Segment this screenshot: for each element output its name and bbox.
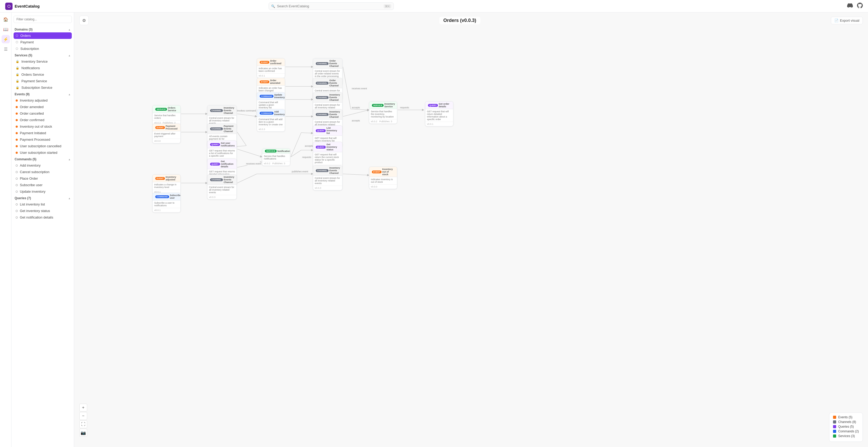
node-body: GET request that returns a list of notif… [208,148,237,158]
node-footer: v0.0.1 [153,208,180,212]
legend-item-queries: Queries (5) [833,425,859,428]
canvas-area[interactable]: ⚙ Orders (v0.0.3) 📄 Export visual [74,12,868,447]
cmd-icon-5 [16,190,18,193]
domain-item-subscription[interactable]: ⬡ Subscription [13,46,72,52]
gear-button[interactable]: ⚙ [79,16,89,25]
node-title: Get notification details [221,160,235,168]
event-user-sub-cancelled[interactable]: User subscription cancelled [13,143,72,149]
edge-label-requests-2: requests [399,106,410,109]
zoom-out-button[interactable]: − [79,412,87,420]
node-title: Inventory Events Channel [329,93,341,101]
github-icon[interactable] [857,3,863,10]
discord-icon[interactable] [847,3,853,10]
node-tag: CHANNEL [316,62,329,65]
node-title: Order Events Channel [329,79,341,87]
node-body: Service that handles orders [153,113,180,120]
node-body: GET request that will return detailed in… [425,109,453,122]
legend-item-commands: Commands (2) [833,429,859,433]
export-icon: 📄 [834,19,838,23]
event-icon-8 [16,145,18,147]
event-payment-initiated[interactable]: Payment Initiated [13,130,72,136]
node-payment-processed[interactable]: EVENT Payment Processed Event triggered … [152,123,181,143]
node-get-order-details[interactable]: QUERY Get order details GET request that… [425,101,453,126]
event-icon-9 [16,152,18,154]
service-subscription[interactable]: 🔒Subscription Service [13,84,72,91]
node-title: Inventory Events Channel [329,167,341,174]
cmd-subscribe-user[interactable]: Subscribe user [13,182,72,188]
query-get-inv-status[interactable]: Get inventory status [13,208,72,214]
node-inv-out-of-stock[interactable]: EVENT Inventory out of stock Indicates i… [369,167,397,189]
node-tag: COMMAND [155,195,169,198]
commands-section[interactable]: Commands (5) ▲ [13,156,72,162]
service-orders[interactable]: 🔒Orders Service [13,71,72,78]
node-footer: v0.0.3 [257,127,285,131]
node-tag: SERVICE [265,150,277,152]
node-body: Central event stream for all inventory r… [313,176,342,186]
node-subscribe-user[interactable]: COMMAND Subscribe user Subscribe a user … [152,193,181,212]
service-payment[interactable]: 🔒Payment Service [13,78,72,84]
query-get-notif[interactable]: Get notification details [13,214,72,220]
domains-list: ⬡ Orders ⬡ Payment ⬡ Subscription [13,32,72,52]
event-payment-processed[interactable]: Payment Processed [13,136,72,143]
queries-label: Queries (7) [14,196,31,200]
event-inv-adjusted[interactable]: Inventory adjusted [13,97,72,103]
services-section[interactable]: Services (5) ▲ [13,52,72,58]
search-input[interactable] [269,2,394,10]
query-icon-3 [16,216,18,218]
svg-line-19 [237,174,257,183]
node-body: Event triggered after payment [153,131,180,139]
nav-docs-btn[interactable]: 📖 [2,25,10,33]
edge-label-receives-3: receives event [245,162,262,165]
service-inventory[interactable]: 🔒Inventory Service [13,58,72,65]
query-icon [16,203,18,206]
node-title: Get inventory status [327,143,341,151]
service-notifications[interactable]: 🔒Notifications [13,65,72,71]
event-order-cancelled[interactable]: Order cancelled [13,110,72,117]
node-notifications[interactable]: SERVICE Notifications Service that handl… [262,148,290,166]
filter-input[interactable] [13,16,72,23]
export-visual-button[interactable]: 📄 Export visual [831,17,863,24]
legend-label-queries: Queries (5) [838,425,854,428]
node-inv-events-ch-4[interactable]: CHANNEL Inventory Events Channel Central… [313,165,342,190]
event-user-sub-started[interactable]: User subscription started [13,149,72,156]
event-order-amended[interactable]: Order amended [13,103,72,110]
domain-item-payment[interactable]: ⬡ Payment [13,39,72,46]
cmd-update-inv[interactable]: Update inventory [13,188,72,195]
nav-list-btn[interactable]: ☰ [2,45,10,53]
cmd-place-order[interactable]: Place Order [13,175,72,182]
cmd-cancel-sub[interactable]: Cancel subscription [13,169,72,175]
node-body: GET request that will return the current… [313,152,342,165]
domains-section[interactable]: Domains (3) ▲ [13,26,72,32]
node-add-inventory[interactable]: COMMAND Add inventory Command that will … [257,109,285,131]
svg-line-21 [237,132,246,146]
node-tag: QUERY [316,129,326,132]
cmd-add-inv[interactable]: Add inventory [13,162,72,169]
node-inv-events-ch-5[interactable]: CHANNEL Inventory Events Channel Central… [207,174,237,200]
fit-button[interactable]: ⛶ [79,420,87,428]
cmd-icon-3 [16,178,18,180]
zoom-in-button[interactable]: + [79,404,87,412]
node-body: Indicates a change in inventory level [153,182,180,189]
events-section[interactable]: Events (9) ▲ [13,91,72,97]
node-title: Get order details [439,102,452,108]
node-orders-service[interactable]: SERVICE Orders Service Service that hand… [152,105,181,125]
event-icon-5 [16,126,18,128]
nav-events-btn[interactable]: ⚡ [2,35,10,43]
svg-line-9 [351,109,369,110]
event-order-confirmed[interactable]: Order confirmed [13,117,72,123]
query-list-inv[interactable]: List inventory list [13,201,72,208]
node-inv-adjusted[interactable]: EVENT Inventory adjusted Indicates a cha… [152,174,181,194]
node-footer: v0.0.3 [313,186,342,190]
node-order-confirmed[interactable]: EVENT Order confirmed Indicates an order… [257,58,285,78]
node-inventory-service[interactable]: SERVICE Inventory Service Service that h… [369,101,397,124]
domain-item-orders[interactable]: ⬡ Orders [13,32,72,39]
screenshot-button[interactable]: 📷 [79,429,87,437]
svg-line-7 [343,110,369,116]
app-logo[interactable]: ⬡ EventCatalog [5,3,40,10]
svg-line-17 [343,174,369,175]
event-inv-out-of-stock[interactable]: Inventory out of stock [13,123,72,130]
node-tag: CHANNEL [316,96,329,99]
nav-home-btn[interactable]: 🏠 [2,15,10,24]
queries-section[interactable]: Queries (7) ▲ [13,195,72,201]
node-title: Order amended [270,79,283,84]
